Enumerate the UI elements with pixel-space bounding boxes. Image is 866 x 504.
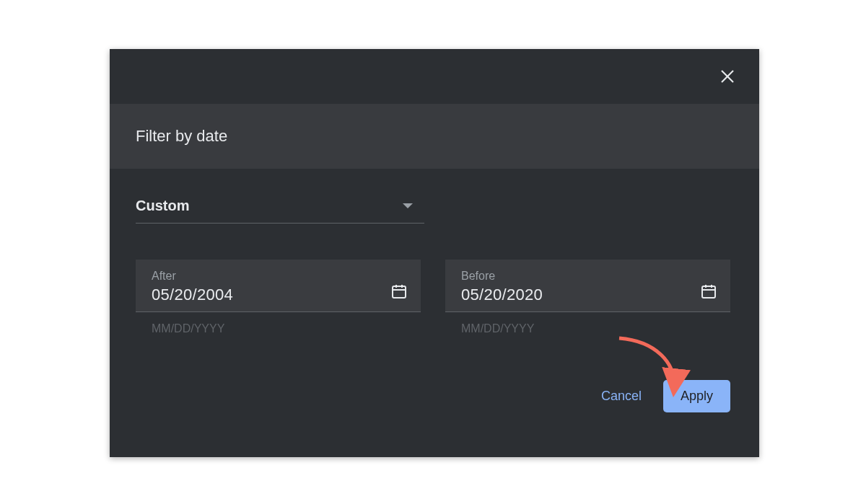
range-type-dropdown[interactable]: Custom: [136, 193, 424, 224]
after-date-col: After 05/20/2004: [152, 270, 233, 304]
before-date-input[interactable]: Before 05/20/2020: [445, 260, 730, 312]
after-hint: MM/DD/YYYY: [152, 322, 421, 335]
svg-rect-6: [702, 286, 715, 298]
dialog-title-bar: Filter by date: [110, 104, 759, 169]
calendar-icon[interactable]: [700, 283, 717, 300]
svg-rect-2: [393, 286, 406, 298]
range-type-label: Custom: [136, 198, 189, 214]
cancel-button[interactable]: Cancel: [601, 389, 642, 404]
after-label: After: [152, 270, 233, 283]
dialog-title: Filter by date: [136, 127, 227, 146]
dialog-body: Custom After 05/20/2004 MM/DD/YYYY: [110, 169, 759, 412]
before-value: 05/20/2020: [461, 286, 543, 304]
before-label: Before: [461, 270, 543, 283]
after-value: 05/20/2004: [152, 286, 233, 304]
chevron-down-icon: [403, 203, 413, 208]
before-date-field: Before 05/20/2020 MM/DD/YYYY: [445, 260, 730, 335]
close-icon[interactable]: [717, 66, 738, 87]
filter-by-date-dialog: Filter by date Custom After 05/20/2004 M…: [110, 49, 759, 457]
calendar-icon[interactable]: [390, 283, 408, 300]
dialog-header: [110, 49, 759, 104]
after-date-input[interactable]: After 05/20/2004: [136, 260, 421, 312]
after-date-field: After 05/20/2004 MM/DD/YYYY: [136, 260, 421, 335]
dialog-actions: Cancel Apply: [136, 380, 733, 412]
before-date-col: Before 05/20/2020: [461, 270, 543, 304]
apply-button[interactable]: Apply: [663, 380, 730, 412]
date-fields-row: After 05/20/2004 MM/DD/YYYY Before 05/20…: [136, 260, 733, 335]
before-hint: MM/DD/YYYY: [461, 322, 730, 335]
